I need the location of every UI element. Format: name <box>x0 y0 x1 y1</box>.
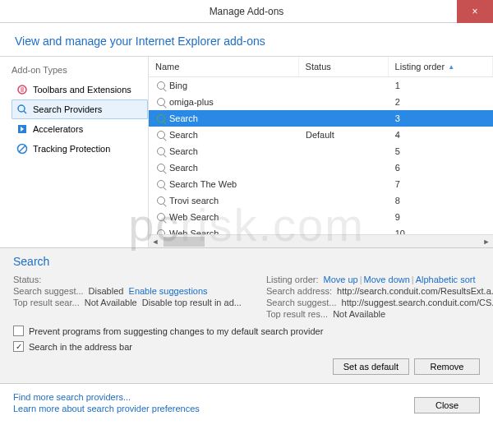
row-order: 5 <box>395 146 400 156</box>
scroll-thumb[interactable] <box>164 237 205 247</box>
table-row[interactable]: Bing1 <box>149 77 493 94</box>
row-name: omiga-plus <box>169 97 214 107</box>
table-header: Name Status Listing order▲ <box>149 57 493 77</box>
window-title: Manage Add-ons <box>210 6 284 17</box>
table-row[interactable]: SearchDefault4 <box>149 127 493 143</box>
magnifier-icon <box>155 195 167 206</box>
tracking-icon <box>16 142 29 155</box>
svg-point-1 <box>18 105 25 112</box>
search-address-value: http://search.conduit.com/ResultsExt.a..… <box>337 286 493 296</box>
search-addressbar-label: Search in the address bar <box>29 342 132 352</box>
titlebar: Manage Add-ons × <box>0 0 493 23</box>
horizontal-scrollbar[interactable]: ◄ ► <box>149 234 493 247</box>
scroll-left-icon[interactable]: ◄ <box>149 235 162 248</box>
details-panel: Search Status: Search suggest...Disabled… <box>0 247 493 383</box>
topresult-res-label: Top result res... <box>266 309 328 319</box>
topresult-res-value: Not Available <box>333 309 385 319</box>
header-text: View and manage your Internet Explorer a… <box>15 35 478 48</box>
row-name: Search <box>169 130 198 140</box>
row-name: Search <box>169 163 198 173</box>
magnifier-icon <box>155 228 167 234</box>
row-order: 6 <box>395 163 400 173</box>
close-button-footer[interactable]: Close <box>414 397 480 413</box>
row-name: Trovi search <box>169 196 219 206</box>
sidebar-item-toolbars[interactable]: Toolbars and Extensions <box>12 80 148 99</box>
magnifier-icon <box>155 162 167 173</box>
topresult-label: Top result sear... <box>13 298 80 307</box>
row-name: Search <box>169 113 198 123</box>
scroll-right-icon[interactable]: ► <box>480 235 493 248</box>
details-title: Search <box>13 255 480 268</box>
header: View and manage your Internet Explorer a… <box>0 23 493 57</box>
row-status: Default <box>306 130 334 140</box>
row-order: 1 <box>395 81 400 90</box>
table-row[interactable]: Web Search9 <box>149 209 493 225</box>
find-more-providers-link[interactable]: Find more search providers... <box>13 392 200 402</box>
suggest-label: Search suggest... <box>13 286 84 296</box>
row-order: 3 <box>395 113 400 123</box>
enable-suggestions-link[interactable]: Enable suggestions <box>129 286 208 296</box>
table-row[interactable]: Search3 <box>149 110 493 127</box>
sidebar-title: Add-on Types <box>12 65 148 75</box>
sidebar-item-search-providers[interactable]: Search Providers <box>12 99 148 119</box>
checkbox-unchecked[interactable] <box>13 326 24 336</box>
sidebar-item-label: Search Providers <box>33 104 102 114</box>
set-default-button[interactable]: Set as default <box>333 358 409 375</box>
row-order: 8 <box>395 196 400 206</box>
table-row[interactable]: Search The Web7 <box>149 176 493 192</box>
row-order: 2 <box>395 97 400 107</box>
learn-more-link[interactable]: Learn more about search provider prefere… <box>13 404 200 413</box>
prevent-changes-checkbox-row[interactable]: Prevent programs from suggesting changes… <box>13 326 480 336</box>
table-row[interactable]: Search5 <box>149 143 493 159</box>
magnifier-icon <box>155 211 167 223</box>
table-row[interactable]: omiga-plus2 <box>149 94 493 110</box>
move-down-link[interactable]: Move down <box>364 275 410 284</box>
svg-line-2 <box>24 111 26 113</box>
magnifier-icon <box>155 145 167 157</box>
row-order: 10 <box>395 229 405 234</box>
magnifier-icon <box>155 129 167 141</box>
toolbars-icon <box>16 83 29 96</box>
table-row[interactable]: Search6 <box>149 159 493 176</box>
row-name: Search <box>169 146 198 156</box>
sidebar-item-tracking-protection[interactable]: Tracking Protection <box>12 139 148 159</box>
row-order: 9 <box>395 212 400 222</box>
column-name[interactable]: Name <box>149 57 299 76</box>
search-address-label: Search address: <box>266 286 332 296</box>
column-status[interactable]: Status <box>299 57 389 76</box>
topresult-value: Not Available <box>85 298 137 307</box>
checkbox-checked[interactable]: ✓ <box>13 341 24 352</box>
row-name: Web Search <box>169 229 219 234</box>
alpha-sort-link[interactable]: Alphabetic sort <box>416 275 476 284</box>
listing-order-label: Listing order: <box>266 275 319 284</box>
magnifier-icon <box>155 96 167 108</box>
table-row[interactable]: Trovi search8 <box>149 192 493 209</box>
row-order: 7 <box>395 179 400 189</box>
row-name: Search The Web <box>169 179 237 189</box>
search-icon <box>16 103 29 116</box>
sidebar-item-label: Tracking Protection <box>33 144 110 154</box>
remove-button[interactable]: Remove <box>414 358 480 375</box>
search-suggest-label: Search suggest... <box>266 298 337 307</box>
accelerators-icon <box>16 122 29 136</box>
magnifier-icon <box>155 178 167 190</box>
svg-line-5 <box>19 145 25 152</box>
magnifier-icon <box>155 113 167 124</box>
sidebar-item-accelerators[interactable]: Accelerators <box>12 119 148 139</box>
sidebar-item-label: Accelerators <box>33 124 83 134</box>
disable-topresult-link: Disable top result in ad... <box>142 298 242 307</box>
prevent-changes-label: Prevent programs from suggesting changes… <box>29 326 323 336</box>
row-order: 4 <box>395 130 400 140</box>
table-row[interactable]: Web Search10 <box>149 225 493 234</box>
row-name: Web Search <box>169 212 219 222</box>
search-addressbar-checkbox-row[interactable]: ✓ Search in the address bar <box>13 341 480 352</box>
close-button[interactable]: × <box>457 0 493 23</box>
column-order[interactable]: Listing order▲ <box>389 57 493 76</box>
status-label: Status: <box>13 275 41 284</box>
close-icon: × <box>472 6 477 17</box>
row-name: Bing <box>169 81 187 90</box>
providers-table: Name Status Listing order▲ Bing1omiga-pl… <box>148 57 493 247</box>
move-up-link[interactable]: Move up <box>324 275 358 284</box>
suggest-value: Disabled <box>89 286 124 296</box>
magnifier-icon <box>155 80 167 91</box>
